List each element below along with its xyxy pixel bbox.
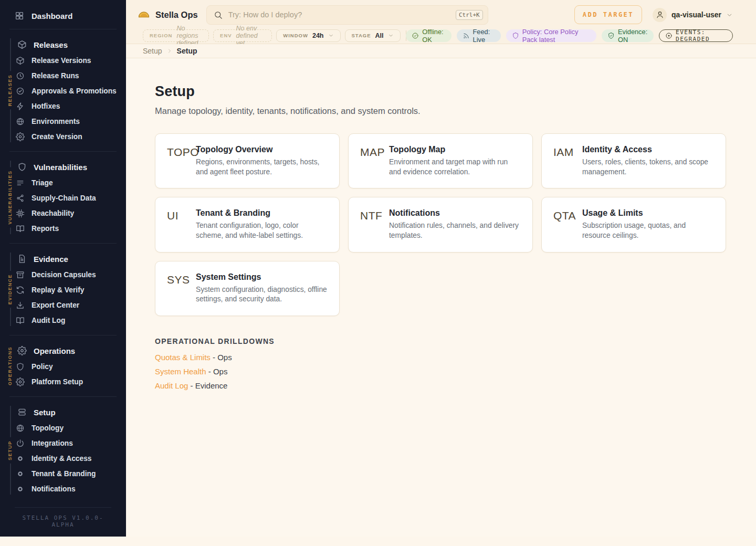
drill-suffix: - Ops <box>206 367 228 376</box>
status-chip-evidence-on[interactable]: Evidence: ON <box>602 29 654 42</box>
status-chip-feed-live[interactable]: Feed: Live <box>457 29 501 42</box>
sidebar: Dashboard RELEASESReleasesRelease Versio… <box>0 0 126 537</box>
shield-icon <box>17 162 27 172</box>
sidebar-item-release-versions[interactable]: Release Versions <box>0 53 126 68</box>
status-chip-offline-ok[interactable]: Offline: OK <box>406 29 451 42</box>
status-chip-events-degraded[interactable]: EVENTS: DEGRADED <box>659 29 733 42</box>
topbar-actions: ADD TARGET qa-visual-user <box>574 5 733 24</box>
page-title: Setup <box>155 83 727 100</box>
drill-suffix: - Evidence <box>188 381 227 390</box>
sidebar-item-audit-log[interactable]: Audit Log <box>0 313 126 328</box>
card-title: Notifications <box>389 208 521 218</box>
sidebar-item-reachability[interactable]: Reachability <box>0 206 126 221</box>
card-title: Topology Overview <box>196 145 328 154</box>
setup-cards-grid: TOPOTopology OverviewRegions, environmen… <box>155 133 727 316</box>
sidebar-item-tenant-branding[interactable]: Tenant & Branding <box>0 466 126 481</box>
sidebar-item-label: Release Runs <box>32 72 79 80</box>
shield-icon <box>512 32 519 39</box>
card-description: Users, roles, clients, tokens, and scope… <box>582 158 714 177</box>
setup-card-system-settings[interactable]: SYSSystem SettingsSystem configuration, … <box>155 261 340 316</box>
chevron-down-icon <box>328 33 334 38</box>
sidebar-item-reports[interactable]: Reports <box>0 221 126 236</box>
sidebar-item-label: Triage <box>32 179 53 187</box>
sidebar-item-releases[interactable]: Releases <box>0 36 126 53</box>
sidebar-item-approvals-promotions[interactable]: Approvals & Promotions <box>0 83 126 99</box>
setup-card-usage-limits[interactable]: QTAUsage & LimitsSubscription usage, quo… <box>541 197 726 252</box>
drill-link-quotas-limits[interactable]: Quotas & Limits <box>155 353 211 362</box>
app-root: Dashboard RELEASESReleasesRelease Versio… <box>0 0 756 537</box>
card-title: Topology Map <box>389 145 521 154</box>
sidebar-divider <box>9 151 117 152</box>
sidebar-item-operations[interactable]: Operations <box>0 342 126 359</box>
sidebar-section-evidence: EVIDENCEEvidenceDecision CapsulesReplay … <box>0 248 126 330</box>
globe-icon <box>16 424 25 433</box>
dot-icon <box>16 469 25 478</box>
filter-chip-stage[interactable]: STAGEAll <box>345 29 401 42</box>
card-description: Notification rules, channels, and delive… <box>389 221 521 240</box>
drilldowns-heading: OPERATIONAL DRILLDOWNS <box>155 337 727 345</box>
card-code: UI <box>167 208 196 240</box>
setup-card-tenant-branding[interactable]: UITenant & BrandingTenant configuration,… <box>155 197 340 252</box>
sidebar-item-environments[interactable]: Environments <box>0 114 126 129</box>
sidebar-item-triage[interactable]: Triage <box>0 175 126 191</box>
card-body: Identity & AccessUsers, roles, clients, … <box>582 145 714 177</box>
sidebar-item-label: Operations <box>34 346 75 355</box>
avatar <box>653 8 667 22</box>
sidebar-item-label: Identity & Access <box>32 455 92 463</box>
status-chip-label: EVENTS: DEGRADED <box>676 29 727 43</box>
sidebar-item-label: Decision Capsules <box>32 271 96 279</box>
breadcrumb-item-setup[interactable]: Setup <box>143 47 162 55</box>
sidebar-item-identity-access[interactable]: Identity & Access <box>0 451 126 466</box>
sidebar-item-decision-capsules[interactable]: Decision Capsules <box>0 267 126 282</box>
sidebar-version-footer: STELLA OPS V1.0.0-ALPHA <box>15 507 111 537</box>
sidebar-item-hotfixes[interactable]: Hotfixes <box>0 99 126 114</box>
filter-chip-window[interactable]: WINDOW24h <box>276 29 340 42</box>
package-icon <box>17 40 27 49</box>
card-code: SYS <box>167 272 196 304</box>
card-code: TOPO <box>167 145 196 177</box>
setup-card-topology-map[interactable]: MAPTopology MapEnvironment and target ma… <box>348 133 533 188</box>
add-target-button[interactable]: ADD TARGET <box>574 5 642 24</box>
setup-card-notifications[interactable]: NTFNotificationsNotification rules, chan… <box>348 197 533 252</box>
user-menu[interactable]: qa-visual-user <box>653 8 733 22</box>
check-circle-icon <box>412 32 419 39</box>
drill-link-system-health[interactable]: System Health <box>155 367 206 376</box>
sidebar-item-label: Reachability <box>32 209 74 217</box>
card-code: MAP <box>360 145 389 177</box>
sidebar-item-notifications[interactable]: Notifications <box>0 481 126 497</box>
sidebar-item-evidence[interactable]: Evidence <box>0 250 126 267</box>
sidebar-item-platform-setup[interactable]: Platform Setup <box>0 374 126 390</box>
card-title: Usage & Limits <box>582 208 714 218</box>
sidebar-item-replay-verify[interactable]: Replay & Verify <box>0 282 126 298</box>
sidebar-item-policy[interactable]: Policy <box>0 359 126 374</box>
status-chip-label: Feed: Live <box>473 28 495 44</box>
card-description: Subscription usage, quotas, and resource… <box>582 221 714 240</box>
setup-card-identity-access[interactable]: IAMIdentity & AccessUsers, roles, client… <box>541 133 726 188</box>
search-input[interactable] <box>228 10 450 19</box>
filter-value: No env defined yet <box>236 25 266 47</box>
filter-chip-region[interactable]: REGIONNo regions defined <box>143 29 209 42</box>
sidebar-section-setup: SETUPSetupTopologyIntegrationsIdentity &… <box>0 402 126 499</box>
sidebar-item-topology[interactable]: Topology <box>0 421 126 436</box>
sidebar-item-release-runs[interactable]: Release Runs <box>0 68 126 83</box>
status-chip-policy-core-policy-pack-latest[interactable]: Policy: Core Policy Pack latest <box>506 29 596 42</box>
sidebar-item-create-version[interactable]: Create Version <box>0 129 126 144</box>
sidebar-item-label: Notifications <box>32 485 76 493</box>
sidebar-item-label: Policy <box>32 363 53 371</box>
sidebar-item-label: Environments <box>32 118 80 125</box>
filter-chip-env[interactable]: ENVNo env defined yet <box>213 29 272 42</box>
sidebar-item-supply-chain-data[interactable]: Supply-Chain Data <box>0 191 126 206</box>
search-box[interactable]: Ctrl+K <box>206 5 488 25</box>
card-code: NTF <box>360 208 389 240</box>
card-title: System Settings <box>196 272 328 282</box>
sidebar-item-dashboard[interactable]: Dashboard <box>0 7 126 24</box>
sidebar-item-export-center[interactable]: Export Center <box>0 298 126 313</box>
sidebar-item-vulnerabilities[interactable]: Vulnerabilities <box>0 159 126 175</box>
setup-card-topology-overview[interactable]: TOPOTopology OverviewRegions, environmen… <box>155 133 340 188</box>
sidebar-item-label: Integrations <box>32 439 73 447</box>
sidebar-item-setup[interactable]: Setup <box>0 404 126 421</box>
package-icon <box>16 56 25 65</box>
drill-link-audit-log[interactable]: Audit Log <box>155 381 188 390</box>
breadcrumb-current: Setup <box>177 47 197 55</box>
sidebar-item-integrations[interactable]: Integrations <box>0 436 126 451</box>
